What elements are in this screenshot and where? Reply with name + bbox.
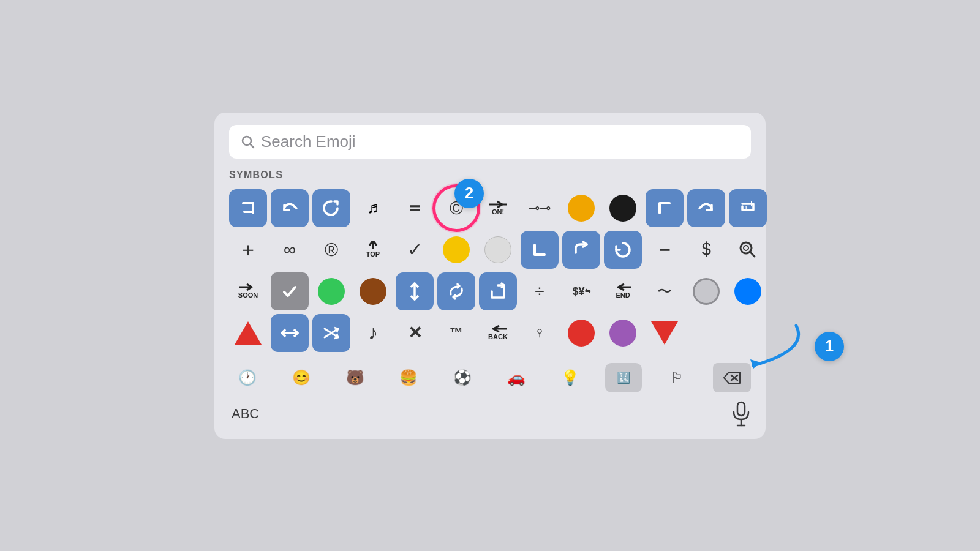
arrows-up-down[interactable] xyxy=(396,272,434,310)
shuffle-arrows[interactable] xyxy=(312,314,350,352)
magnifier-symbol[interactable] xyxy=(729,231,767,269)
search-icon xyxy=(240,134,255,149)
arrow-redo[interactable] xyxy=(687,189,725,227)
cat-food[interactable]: 🍔 xyxy=(390,363,427,392)
step-2-badge: 2 xyxy=(454,179,484,208)
registered-symbol[interactable]: ® xyxy=(312,231,350,269)
music-note[interactable]: ♪ xyxy=(354,314,392,352)
abc-button[interactable]: ABC xyxy=(229,406,262,422)
purple-circle[interactable] xyxy=(604,314,642,352)
dollar-sign[interactable]: ＄ xyxy=(687,231,725,269)
loops-symbol[interactable]: ⊸⊸ xyxy=(521,189,559,227)
currency-exchange[interactable]: $¥⇋ xyxy=(562,272,600,310)
red-circle[interactable] xyxy=(562,314,600,352)
cat-animals[interactable]: 🐻 xyxy=(337,363,374,392)
search-placeholder: Search Emoji xyxy=(261,132,356,151)
svg-line-9 xyxy=(750,252,755,257)
arrow-upper-left[interactable] xyxy=(521,231,559,269)
on-arrow[interactable]: ON! xyxy=(479,189,517,227)
plus-sign[interactable]: ＋ xyxy=(229,231,267,269)
green-circle[interactable] xyxy=(312,272,350,310)
cat-objects[interactable]: 💡 xyxy=(552,363,589,392)
arrow-undo[interactable] xyxy=(271,189,309,227)
arrow-down-right[interactable] xyxy=(229,189,267,227)
arrows-sync[interactable] xyxy=(604,231,642,269)
trademark-symbol[interactable]: ™ xyxy=(437,314,475,352)
arrows-counterclockwise[interactable] xyxy=(312,189,350,227)
red-triangle-up[interactable] xyxy=(229,314,267,352)
hollow-red-circle[interactable] xyxy=(687,272,725,310)
arrow-annotation xyxy=(717,320,815,375)
emoji-picker: Search Emoji SYMBOLS ♬ ＝ © ON! xyxy=(214,113,766,439)
blue-circle[interactable] xyxy=(729,272,767,310)
twist-arrows[interactable] xyxy=(437,272,475,310)
arrows-left-right[interactable] xyxy=(271,314,309,352)
svg-line-1 xyxy=(251,144,254,148)
repeat-one[interactable]: 1 xyxy=(729,189,767,227)
microphone-icon[interactable] xyxy=(731,401,751,427)
svg-rect-20 xyxy=(737,402,745,416)
cat-flags[interactable]: 🏳 xyxy=(659,363,696,392)
emoji-grid: ♬ ＝ © ON! ⊸⊸ 1 ＋ ∞ xyxy=(229,189,751,352)
division-sign[interactable]: ÷ xyxy=(521,272,559,310)
cat-sports[interactable]: ⚽ xyxy=(444,363,481,392)
end-arrow[interactable]: END xyxy=(604,272,642,310)
bottom-bar: ABC xyxy=(229,401,751,427)
category-bar: 🕐 😊 🐻 🍔 ⚽ 🚗 💡 🔣 🏳 xyxy=(229,363,751,392)
red-triangle-down[interactable] xyxy=(646,314,684,352)
svg-point-8 xyxy=(744,246,748,250)
brown-circle[interactable] xyxy=(354,272,392,310)
musical-notes[interactable]: ♬ xyxy=(354,189,392,227)
cat-smileys[interactable]: 😊 xyxy=(283,363,320,392)
top-arrow[interactable]: TOP xyxy=(354,231,392,269)
white-circle[interactable] xyxy=(479,231,517,269)
search-bar[interactable]: Search Emoji xyxy=(229,125,751,159)
arrow-lower-left[interactable] xyxy=(646,189,684,227)
checkmark[interactable]: ✓ xyxy=(396,231,434,269)
cat-travel[interactable]: 🚗 xyxy=(498,363,535,392)
cat-symbols[interactable]: 🔣 xyxy=(605,363,642,392)
section-label: SYMBOLS xyxy=(229,170,751,181)
equals-sign[interactable]: ＝ xyxy=(396,189,434,227)
orange-circle[interactable] xyxy=(562,189,600,227)
yellow-circle[interactable] xyxy=(437,231,475,269)
black-circle[interactable] xyxy=(604,189,642,227)
wavy-dash[interactable]: 〜 xyxy=(646,272,684,310)
cat-recent[interactable]: 🕐 xyxy=(229,363,266,392)
svg-text:1: 1 xyxy=(744,204,747,211)
back-arrow[interactable]: BACK xyxy=(479,314,517,352)
female-symbol[interactable]: ♀ xyxy=(521,314,559,352)
infinity-symbol[interactable]: ∞ xyxy=(271,231,309,269)
arrows-loop[interactable] xyxy=(479,272,517,310)
soon-arrow[interactable]: SOON xyxy=(229,272,267,310)
arrow-right-hook[interactable] xyxy=(562,231,600,269)
cross-mark[interactable]: ✕ xyxy=(396,314,434,352)
check-box[interactable] xyxy=(271,272,309,310)
minus-sign[interactable]: － xyxy=(646,231,684,269)
step-1-badge: 1 xyxy=(815,332,844,361)
